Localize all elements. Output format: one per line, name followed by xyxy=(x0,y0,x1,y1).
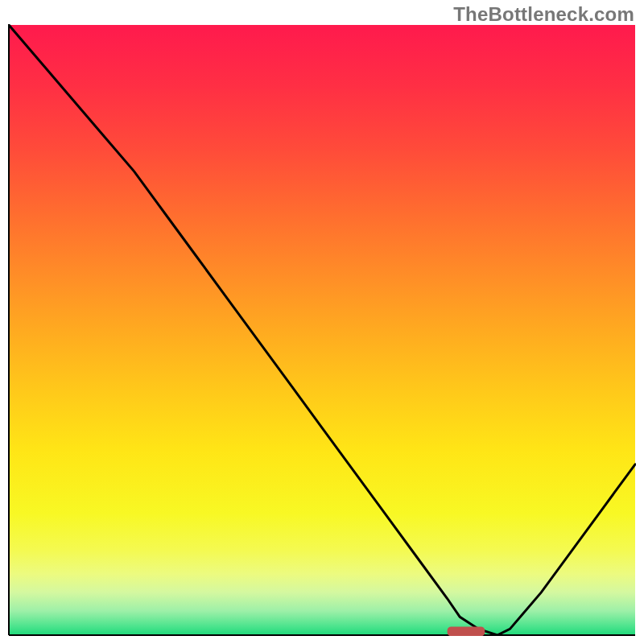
chart-container: TheBottleneck.com xyxy=(0,0,644,644)
watermark-text: TheBottleneck.com xyxy=(453,3,634,26)
bottleneck-chart xyxy=(8,24,636,636)
chart-area xyxy=(8,24,636,636)
optimal-marker xyxy=(448,626,485,636)
gradient-background xyxy=(9,25,635,635)
